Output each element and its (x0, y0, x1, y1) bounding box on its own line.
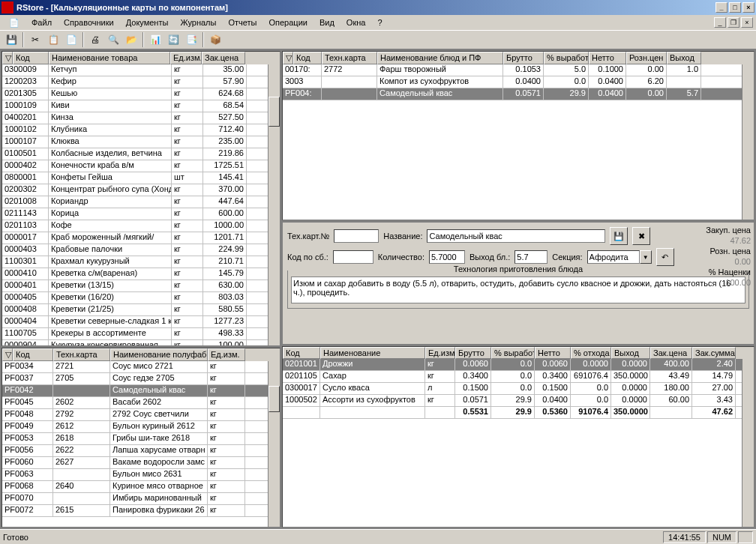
col-code[interactable]: Код (293, 52, 322, 64)
menu-item[interactable]: Вид (314, 16, 340, 28)
name-input[interactable] (427, 229, 605, 243)
col-card[interactable]: Техн.карта (322, 52, 377, 64)
scrollbar[interactable] (742, 347, 754, 527)
table-row[interactable]: 0000405Креветки (16/20)кг803.03 (2, 292, 280, 304)
table-row[interactable]: PF00372705Соус гедзе 2705кг (2, 373, 280, 385)
save-icon[interactable]: 💾 (3, 31, 20, 48)
table-row[interactable]: PF00562622Лапша харусаме отварнкг (2, 445, 280, 457)
col-price[interactable]: Зак.цена (650, 347, 692, 359)
save-button[interactable]: 💾 (610, 227, 628, 245)
table-row[interactable]: PF00492612Бульон куриный 2612кг (2, 421, 280, 433)
section-input[interactable] (587, 250, 640, 264)
table-row[interactable]: 0000402Конечности краба в/мкг1725.51 (2, 160, 280, 172)
col-unit[interactable]: Ед.изм. (208, 348, 245, 361)
child-restore-button[interactable]: ❐ (728, 17, 740, 28)
table-row[interactable]: 0000410Креветка с/м(вареная)кг145.79 (2, 268, 280, 280)
table-row[interactable]: 1000102Клубникакг712.40 (2, 124, 280, 136)
col-brutto[interactable]: Брутто (455, 347, 491, 359)
doc-icon[interactable]: 📑 (183, 31, 200, 48)
table-row[interactable]: 1100301Крахмал кукурузныйкг210.71 (2, 256, 280, 268)
col-price[interactable]: Зак.цена (202, 52, 245, 64)
table-row[interactable]: 0000904Кукуруза консервированнаякг100.00 (2, 340, 280, 346)
card-no-input[interactable] (334, 229, 379, 243)
table-row[interactable]: PF00722615Панировка фурикаки 26кг (2, 505, 280, 517)
col-name[interactable]: Наименование полуфабр (110, 348, 208, 361)
table-row[interactable]: PF00342721Соус мисо 2721кг (2, 361, 280, 373)
table-row[interactable]: 0300009Кетчупкг35.00 (2, 64, 280, 76)
col-yield[interactable]: % выработ (491, 347, 535, 359)
col-netto[interactable]: Нетто (535, 347, 571, 359)
table-row[interactable]: PF00532618Грибы ши-таке 2618кг (2, 433, 280, 445)
col-netto[interactable]: Нетто (589, 52, 626, 64)
filter-icon[interactable]: ▽ (2, 348, 13, 361)
table-row[interactable]: PF00452602Васаби 2602кг (2, 397, 280, 409)
col-brutto[interactable]: Брутто (503, 52, 544, 64)
col-unit[interactable]: Ед.изм (425, 347, 455, 359)
delete-button[interactable]: ✖ (632, 227, 650, 245)
table-row[interactable]: PF00682640Куриное мясо отварноекг (2, 481, 280, 493)
table-row[interactable]: 0201001Дрожжикг0.00600.00.00600.00000.00… (283, 359, 754, 371)
table-row[interactable]: 1100705Крекеры в ассортиментекг498.33 (2, 328, 280, 340)
table-row[interactable]: 0100501Колбасные изделия, ветчинакг219.8… (2, 148, 280, 160)
table-row[interactable]: 1200203Кефиркг57.90 (2, 76, 280, 88)
cut-icon[interactable]: ✂ (27, 31, 44, 48)
table-row[interactable]: PF004827922792 Соус светчиликг (2, 409, 280, 421)
table-row[interactable]: PF0070Имбирь маринованныйкг (2, 493, 280, 505)
grid-body[interactable]: 00170:2772Фарш творожный0.10535.00.10000… (283, 64, 754, 100)
table-row[interactable]: 0000404Креветки северные-сладкая 1 ккг12… (2, 316, 280, 328)
close-button[interactable]: × (742, 2, 754, 13)
table-row[interactable]: 0000408Креветки (21/25)кг580.55 (2, 304, 280, 316)
menu-item[interactable]: Файл (26, 16, 58, 28)
maximize-button[interactable]: □ (729, 2, 741, 13)
col-waste[interactable]: % отхода (571, 347, 611, 359)
table-row[interactable]: 1000107Клюквакг235.00 (2, 136, 280, 148)
menu-item[interactable]: Операции (262, 16, 313, 28)
child-minimize-button[interactable]: _ (714, 17, 726, 28)
table-row[interactable]: 0200302Концентрат рыбного супа (Хондкг37… (2, 184, 280, 196)
table-row[interactable]: 0201305Кешьюкг624.68 (2, 88, 280, 100)
grid-body[interactable]: PF00342721Соус мисо 2721кгPF00372705Соус… (2, 361, 280, 526)
filter-icon[interactable]: ▽ (2, 52, 13, 64)
table-row[interactable]: 00170:2772Фарш творожный0.10535.00.10000… (283, 64, 754, 76)
col-code[interactable]: Код (13, 52, 49, 64)
child-close-button[interactable]: × (741, 17, 753, 28)
menu-item[interactable]: Справочники (58, 16, 120, 28)
col-out[interactable]: Выход (667, 52, 701, 64)
chart-icon[interactable]: 📊 (147, 31, 164, 48)
menu-item[interactable]: ? (371, 16, 388, 28)
preview-icon[interactable]: 🔍 (105, 31, 122, 48)
table-row[interactable]: 0300017Сусло квасал0.15000.00.15000.00.0… (283, 383, 754, 395)
scrollbar[interactable] (742, 52, 754, 220)
grid-body[interactable]: 0201001Дрожжикг0.00600.00.00600.00000.00… (283, 359, 754, 419)
col-code[interactable]: Код (283, 347, 320, 359)
table-row[interactable]: 0211143Корицакг600.00 (2, 208, 280, 220)
section-combo[interactable]: ▼ (587, 250, 652, 264)
menu-item[interactable]: Журналы (174, 16, 222, 28)
table-row[interactable]: PF0063Бульон мисо 2631кг (2, 469, 280, 481)
undo-button[interactable]: ↶ (656, 248, 674, 266)
col-card[interactable]: Техн.карта (53, 348, 110, 361)
box-icon[interactable]: 📦 (207, 31, 224, 48)
table-row[interactable]: 3003Компот из сухофруктов0.04000.00.0400… (283, 76, 754, 88)
refresh-icon[interactable]: 🔄 (165, 31, 182, 48)
table-row[interactable]: PF004:Самодельный квас0.057129.90.04000.… (283, 88, 754, 100)
chevron-down-icon[interactable]: ▼ (640, 250, 652, 264)
col-out[interactable]: Выход (611, 347, 650, 359)
minimize-button[interactable]: _ (716, 2, 728, 13)
col-price[interactable]: Розн.цен (626, 52, 667, 64)
print-icon[interactable]: 🖨 (87, 31, 104, 48)
table-row[interactable]: 0000403Крабовые палочкикг224.99 (2, 244, 280, 256)
table-row[interactable]: 1000502Ассорти из сухофруктовкг0.057129.… (283, 395, 754, 407)
col-name[interactable]: Наименование товара (49, 52, 170, 64)
yield-input[interactable] (514, 250, 548, 264)
table-row[interactable]: 0201008Кориандркг447.64 (2, 196, 280, 208)
menu-item[interactable]: Документы (120, 16, 175, 28)
table-row[interactable]: 0201103Кофекг1000.00 (2, 220, 280, 232)
menu-item[interactable]: Окна (340, 16, 372, 28)
grid-body[interactable]: 0300009Кетчупкг35.001200203Кефиркг57.900… (2, 64, 280, 346)
paste-icon[interactable]: 📄 (63, 31, 80, 48)
menu-item[interactable]: Отчеты (222, 16, 262, 28)
table-row[interactable]: 0000017Краб мороженный /мягкий/кг1201.71 (2, 232, 280, 244)
table-row[interactable]: 0000401Креветки (13/15)кг630.00 (2, 280, 280, 292)
table-row[interactable]: PF00602627Вакаме водоросли замскг (2, 457, 280, 469)
